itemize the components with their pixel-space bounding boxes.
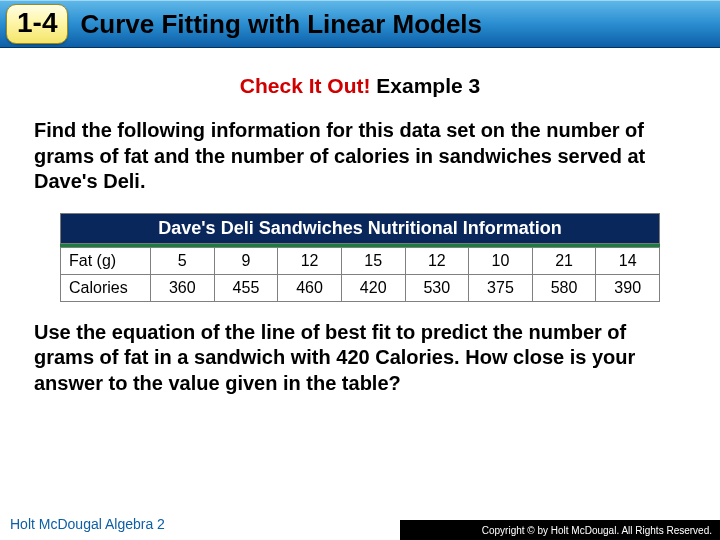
example-heading: Check It Out! Example 3 [34, 74, 686, 98]
cell: 420 [341, 274, 405, 301]
example-number: Example 3 [376, 74, 480, 97]
row-label: Fat (g) [61, 247, 151, 274]
cell: 390 [596, 274, 660, 301]
cell: 455 [214, 274, 278, 301]
cell: 10 [469, 247, 533, 274]
cell: 5 [151, 247, 215, 274]
cell: 12 [405, 247, 469, 274]
cell: 360 [151, 274, 215, 301]
prompt-text-2: Use the equation of the line of best fit… [34, 320, 686, 397]
cell: 580 [532, 274, 596, 301]
table-title: Dave's Deli Sandwiches Nutritional Infor… [60, 213, 660, 244]
table-row: Calories 360 455 460 420 530 375 580 390 [61, 274, 660, 301]
lesson-header: 1-4 Curve Fitting with Linear Models [0, 0, 720, 48]
footer-textbook: Holt McDougal Algebra 2 [10, 516, 165, 532]
cell: 21 [532, 247, 596, 274]
table-row: Fat (g) 5 9 12 15 12 10 21 14 [61, 247, 660, 274]
footer-copyright: Copyright © by Holt McDougal. All Rights… [400, 520, 720, 540]
check-it-out-label: Check It Out! [240, 74, 377, 97]
slide-content: Check It Out! Example 3 Find the followi… [0, 48, 720, 397]
cell: 460 [278, 274, 342, 301]
cell: 15 [341, 247, 405, 274]
row-label: Calories [61, 274, 151, 301]
nutrition-table: Dave's Deli Sandwiches Nutritional Infor… [60, 213, 660, 302]
lesson-title: Curve Fitting with Linear Models [80, 9, 482, 40]
prompt-text-1: Find the following information for this … [34, 118, 686, 195]
cell: 375 [469, 274, 533, 301]
cell: 530 [405, 274, 469, 301]
cell: 9 [214, 247, 278, 274]
cell: 14 [596, 247, 660, 274]
cell: 12 [278, 247, 342, 274]
lesson-number-badge: 1-4 [6, 4, 68, 44]
data-table: Fat (g) 5 9 12 15 12 10 21 14 Calories 3… [60, 247, 660, 302]
